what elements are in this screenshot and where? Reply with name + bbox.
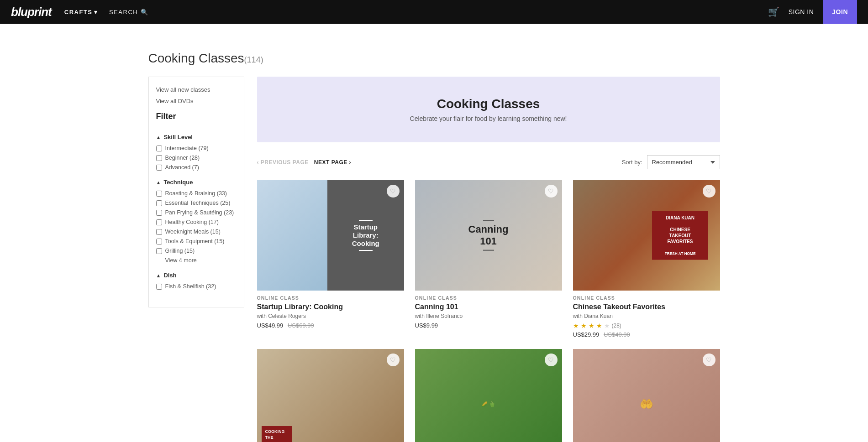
product-card-1[interactable]: StartupLibrary:Cooking ♡ ONLINE CLASS St… [257,180,404,338]
advanced-checkbox[interactable] [156,165,162,171]
product-card-2[interactable]: Canning101 ♡ ONLINE CLASS Canning 101 wi… [415,180,562,338]
panfrying-checkbox[interactable] [156,210,162,216]
nav-search[interactable]: SEARCH 🔍 [109,9,149,16]
navbar: bluprint CRAFTS ▾ SEARCH 🔍 🛒 SIGN IN JOI… [0,0,868,24]
star-3: ★ [589,322,594,329]
roasting-checkbox[interactable] [156,191,162,197]
filter-item[interactable]: Tools & Equipment (15) [156,238,237,244]
wishlist-button-5[interactable]: ♡ [545,354,558,366]
search-icon: 🔍 [141,9,149,16]
product-image-3: DIANA KUANCHINESETAKEOUTFAVORITESFRESH A… [573,180,720,291]
signin-button[interactable]: SIGN IN [789,8,814,16]
star-2: ★ [581,322,587,329]
sort-container: Sort by: Recommended Newest Price: Low t… [622,155,720,169]
healthy-checkbox[interactable] [156,219,162,225]
technique-chevron-icon: ▲ [156,180,161,185]
prev-page-button[interactable]: ‹ PREVIOUS PAGE [257,157,309,167]
skill-level-section: ▲ Skill Level Intermediate (79) Beginner… [156,134,237,171]
product-image-2: Canning101 ♡ [415,180,562,291]
product-price-1: US$49.99 US$69.99 [257,322,404,329]
fish-checkbox[interactable] [156,284,162,290]
crafts-label: CRAFTS [64,9,93,16]
technique-title[interactable]: ▲ Technique [156,179,237,186]
product-instructor-3: with Diana Kuan [573,313,720,319]
dish-title[interactable]: ▲ Dish [156,272,237,279]
product-image-1: StartupLibrary:Cooking ♡ [257,180,404,291]
content-layout: View all new classes View all DVDs Filte… [148,77,720,442]
divider [156,127,237,127]
sidebar: View all new classes View all DVDs Filte… [148,77,244,307]
intermediate-checkbox[interactable] [156,146,162,151]
skill-level-chevron-icon: ▲ [156,135,161,140]
nav-right: 🛒 SIGN IN JOIN [768,0,857,24]
product-price-2: US$9.99 [415,322,562,329]
beginner-checkbox[interactable] [156,155,162,161]
weeknight-checkbox[interactable] [156,229,162,235]
skill-level-title[interactable]: ▲ Skill Level [156,134,237,140]
filter-heading: Filter [156,112,237,121]
product-instructor-2: with Illene Sofranco [415,313,562,319]
product-image-4: COOKINGTHENORTHERNWAY ♡ [257,349,404,442]
filter-item[interactable]: Weeknight Meals (15) [156,229,237,235]
banner-subtitle: Celebrate your flair for food by learnin… [268,115,709,122]
class-type-2: ONLINE CLASS [415,295,562,301]
nav-crafts[interactable]: CRAFTS ▾ [64,9,98,16]
product-image-6: 🤲 ♡ [573,349,720,442]
product-card-3[interactable]: DIANA KUANCHINESETAKEOUTFAVORITESFRESH A… [573,180,720,338]
product-card-5[interactable]: 🌽 🫑 ♡ ONLINE CLASS Fresh Vegetables Mast… [415,349,562,442]
product-title-1: Startup Library: Cooking [257,302,404,312]
star-5: ★ [604,322,610,329]
banner-title: Cooking Classes [268,97,709,111]
wishlist-button-4[interactable]: ♡ [387,354,400,366]
filter-item[interactable]: Beginner (28) [156,155,237,161]
dish-chevron-icon: ▲ [156,273,161,278]
review-count-3: (28) [612,322,621,329]
toolbar: ‹ PREVIOUS PAGE NEXT PAGE › Sort by: Rec… [257,155,720,169]
wishlist-button-1[interactable]: ♡ [387,185,400,198]
logo[interactable]: bluprint [11,5,52,19]
view-all-new-link[interactable]: View all new classes [156,86,237,93]
main-content: Cooking Classes Celebrate your flair for… [257,77,720,442]
filter-item[interactable]: Essential Techniques (25) [156,200,237,206]
filter-item[interactable]: Intermediate (79) [156,145,237,151]
crafts-chevron-icon: ▾ [94,9,98,16]
wishlist-button-3[interactable]: ♡ [703,185,715,198]
page-container: Cooking Classes(114) View all new classe… [137,24,731,442]
class-type-3: ONLINE CLASS [573,295,720,301]
join-button[interactable]: JOIN [823,0,857,24]
product-title-2: Canning 101 [415,302,562,312]
dish-section: ▲ Dish Fish & Shellfish (32) [156,272,237,290]
wishlist-button-6[interactable]: ♡ [703,354,715,366]
star-1: ★ [573,322,579,329]
view-dvds-link[interactable]: View all DVDs [156,98,237,104]
product-image-5: 🌽 🫑 ♡ [415,349,562,442]
sort-select[interactable]: Recommended Newest Price: Low to High Pr… [647,155,720,169]
product-title-3: Chinese Takeout Favorites [573,302,720,312]
product-instructor-1: with Celeste Rogers [257,313,404,319]
filter-item[interactable]: Pan Frying & Sautéing (23) [156,209,237,216]
product-price-3: US$29.99 US$40.00 [573,331,720,338]
banner: Cooking Classes Celebrate your flair for… [257,77,720,142]
search-label: SEARCH [109,9,138,16]
sort-label: Sort by: [622,159,642,166]
filter-item[interactable]: Grilling (15) [156,248,237,254]
page-title: Cooking Classes(114) [148,51,720,66]
cart-icon[interactable]: 🛒 [768,6,779,17]
essential-checkbox[interactable] [156,200,162,206]
filter-item[interactable]: Healthy Cooking (17) [156,219,237,225]
filter-item[interactable]: Fish & Shellfish (32) [156,283,237,290]
wishlist-button-2[interactable]: ♡ [545,185,558,198]
next-page-button[interactable]: NEXT PAGE › [314,157,351,167]
grilling-checkbox[interactable] [156,248,162,254]
star-4: ★ [596,322,602,329]
product-card-6[interactable]: 🤲 ♡ ONLINE CLASS Hands-On Baking with Sa… [573,349,720,442]
technique-section: ▲ Technique Roasting & Braising (33) Ess… [156,179,237,264]
filter-item[interactable]: Advanced (7) [156,164,237,171]
product-grid: StartupLibrary:Cooking ♡ ONLINE CLASS St… [257,180,720,442]
tools-checkbox[interactable] [156,239,162,244]
product-card-4[interactable]: COOKINGTHENORTHERNWAY ♡ ONLINE CLASS Coo… [257,349,404,442]
product-stars-3: ★ ★ ★ ★ ★ (28) [573,322,720,329]
view-more-technique[interactable]: View 4 more [156,257,237,264]
class-type-1: ONLINE CLASS [257,295,404,301]
filter-item[interactable]: Roasting & Braising (33) [156,190,237,197]
